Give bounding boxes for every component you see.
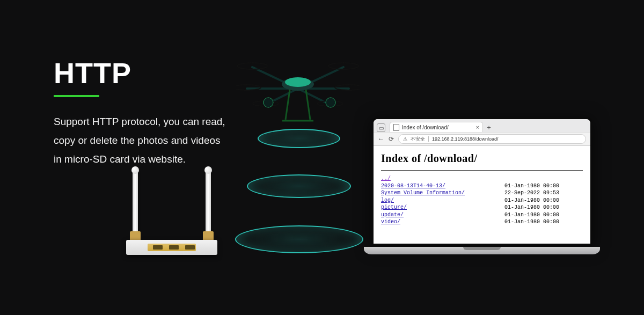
signal-ring-icon bbox=[247, 174, 351, 198]
close-icon[interactable]: × bbox=[476, 124, 479, 130]
directory-link[interactable]: video/ bbox=[381, 219, 400, 225]
file-date: 01-Jan-1980 00:00 bbox=[504, 218, 559, 226]
file-date: 01-Jan-1980 00:00 bbox=[504, 211, 559, 219]
drone-icon bbox=[236, 51, 360, 131]
page-content: Index of /download/ ../ 2020-08-13T14-40… bbox=[374, 146, 590, 231]
reload-icon[interactable]: ⟳ bbox=[389, 135, 394, 143]
directory-link[interactable]: picture/ bbox=[381, 204, 407, 210]
browser-chrome: ▭ Index of /download/ × + ← ⟳ ⚠ 不安全 192.… bbox=[374, 119, 590, 146]
antenna-icon bbox=[206, 169, 211, 233]
file-date: 01-Jan-1980 00:00 bbox=[504, 182, 559, 190]
insecure-icon: ⚠ bbox=[403, 136, 407, 142]
laptop-base bbox=[364, 247, 600, 254]
file-date: 01-Jan-1980 00:00 bbox=[504, 204, 559, 211]
parent-directory-link[interactable]: ../ bbox=[381, 175, 583, 182]
svg-point-18 bbox=[326, 98, 335, 107]
file-date: 22-Sep-2022 09:53 bbox=[504, 189, 559, 197]
svg-point-17 bbox=[264, 98, 273, 107]
signal-ring-icon bbox=[235, 225, 363, 253]
laptop-screen: ▭ Index of /download/ × + ← ⟳ ⚠ 不安全 192.… bbox=[371, 117, 592, 246]
list-item: update/01-Jan-1980 00:00 bbox=[381, 211, 583, 219]
tab-title: Index of /download/ bbox=[402, 124, 449, 130]
signal-ring-icon bbox=[258, 129, 340, 148]
security-label: 不安全 bbox=[411, 136, 425, 143]
document-icon bbox=[393, 124, 399, 131]
directory-link[interactable]: System Volume Information/ bbox=[381, 190, 465, 196]
svg-line-5 bbox=[298, 89, 330, 105]
list-item: video/01-Jan-1980 00:00 bbox=[381, 218, 583, 226]
svg-point-13 bbox=[285, 77, 311, 87]
antenna-icon bbox=[133, 169, 138, 233]
divider bbox=[381, 170, 583, 171]
feature-text-block: HTTP Support HTTP protocol, you can read… bbox=[54, 56, 231, 169]
list-item: System Volume Information/22-Sep-2022 09… bbox=[381, 189, 583, 197]
directory-link[interactable]: update/ bbox=[381, 212, 404, 218]
file-date: 01-Jan-1980 00:00 bbox=[504, 197, 559, 204]
list-item: log/01-Jan-1980 00:00 bbox=[381, 197, 583, 204]
router-ports-icon bbox=[148, 244, 196, 251]
browser-addressbar: ← ⟳ ⚠ 不安全 192.168.2.119:8188/download/ bbox=[374, 132, 590, 145]
feature-description: Support HTTP protocol, you can read, cop… bbox=[54, 112, 231, 169]
page-heading: Index of /download/ bbox=[381, 152, 583, 165]
drone-illustration bbox=[236, 51, 360, 131]
new-tab-button[interactable]: + bbox=[484, 122, 494, 132]
list-item: 2020-08-13T14-40-13/01-Jan-1980 00:00 bbox=[381, 182, 583, 190]
link[interactable]: ../ bbox=[381, 175, 391, 181]
url-input[interactable]: ⚠ 不安全 192.168.2.119:8188/download/ bbox=[398, 134, 586, 144]
back-icon[interactable]: ← bbox=[378, 135, 384, 143]
title-underline bbox=[54, 95, 99, 97]
directory-listing: ../ 2020-08-13T14-40-13/01-Jan-1980 00:0… bbox=[381, 175, 583, 226]
laptop-illustration: ▭ Index of /download/ × + ← ⟳ ⚠ 不安全 192.… bbox=[364, 117, 600, 267]
divider bbox=[428, 136, 429, 142]
directory-link[interactable]: log/ bbox=[381, 197, 394, 203]
directory-link[interactable]: 2020-08-13T14-40-13/ bbox=[381, 183, 445, 189]
browser-tabbar: ▭ Index of /download/ × + bbox=[374, 119, 590, 132]
tab-list-icon[interactable]: ▭ bbox=[377, 123, 385, 132]
feature-title: HTTP bbox=[54, 56, 231, 90]
router-body bbox=[126, 240, 217, 255]
router-illustration bbox=[126, 169, 217, 255]
list-item: picture/01-Jan-1980 00:00 bbox=[381, 204, 583, 211]
browser-tab[interactable]: Index of /download/ × bbox=[390, 122, 483, 132]
url-text: 192.168.2.119:8188/download/ bbox=[432, 136, 499, 142]
